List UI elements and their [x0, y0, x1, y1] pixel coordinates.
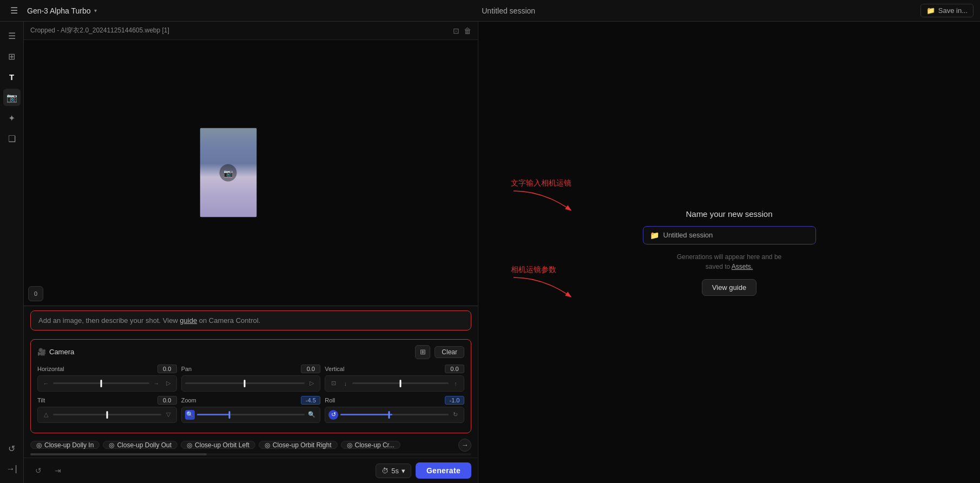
- save-button[interactable]: 📁 Save in...: [920, 4, 974, 17]
- slider-vertical-track-container[interactable]: ⊡ ↓ ↑: [325, 375, 464, 392]
- sidebar-icon-sparkle[interactable]: ✦: [3, 109, 21, 127]
- resize-icon[interactable]: ⊡: [453, 27, 459, 35]
- slider-roll-fill: [340, 414, 392, 415]
- annotation-arrow-2: [511, 275, 576, 302]
- app-title-text: Gen-3 Alpha Turbo: [27, 6, 91, 15]
- slider-pan-track[interactable]: [185, 382, 305, 384]
- camera-header: 🎥 Camera ⊞ Clear: [37, 345, 464, 359]
- folder-input-icon: 📁: [650, 231, 659, 240]
- session-name-input[interactable]: 📁 Untitled session: [643, 226, 816, 244]
- camera-overlay-icon: 📷: [220, 164, 237, 181]
- preset-icon-4: ◎: [347, 441, 352, 449]
- preset-label-4: Close-up Cr...: [355, 441, 394, 449]
- text-input-box[interactable]: Add an image, then describe your shot. V…: [30, 310, 471, 330]
- duration-selector[interactable]: ⏱ 5s ▾: [376, 464, 411, 478]
- slider-pan-value[interactable]: 0.0: [301, 365, 320, 373]
- preset-chip-0[interactable]: ◎ Close-up Dolly In: [30, 441, 100, 449]
- sidebar-icon-text[interactable]: T: [3, 68, 21, 85]
- assets-link[interactable]: Assets.: [732, 263, 753, 270]
- slider-down-icon: ⊡: [328, 379, 338, 388]
- camera-icon: 🎥: [37, 348, 46, 356]
- export-icon[interactable]: ⇥: [50, 462, 66, 479]
- slider-pan-play-icon[interactable]: ▷: [307, 379, 317, 388]
- sliders-row-2: Tilt 0.0 △ ▽ Zoom -4.5: [37, 396, 464, 423]
- preset-chip-3[interactable]: ◎ Close-up Orbit Right: [259, 441, 338, 449]
- roll-cw-icon: ↻: [451, 410, 461, 420]
- presets-scrollbar[interactable]: [30, 453, 471, 455]
- session-desc-line1: Generations will appear here and be: [677, 253, 781, 261]
- slider-arrow-up-icon: ↑: [451, 379, 461, 388]
- slider-roll-track[interactable]: [340, 414, 449, 415]
- bottom-toolbar: ↺ ⇥ ⏱ 5s ▾ Generate: [24, 458, 478, 483]
- slider-zoom-track[interactable]: [197, 414, 305, 415]
- delete-icon[interactable]: 🗑: [464, 27, 471, 35]
- slider-horizontal-label: Horizontal: [37, 366, 64, 372]
- slider-zoom-track-container[interactable]: 🔍 🔍: [181, 407, 321, 423]
- app-title[interactable]: Gen-3 Alpha Turbo ▾: [27, 6, 97, 15]
- slider-roll-thumb: [389, 411, 390, 419]
- slider-pan: Pan 0.0 ▷: [181, 365, 321, 392]
- save-label: Save in...: [938, 6, 968, 15]
- slider-horizontal: Horizontal 0.0 ← → ▷: [37, 365, 177, 392]
- refresh-icon[interactable]: ↺: [30, 462, 47, 479]
- slider-vertical-value[interactable]: 0.0: [445, 365, 464, 373]
- menu-icon[interactable]: ☰: [6, 3, 22, 18]
- preset-icon-0: ◎: [36, 441, 42, 449]
- camera-label: Camera: [49, 348, 74, 356]
- preset-label-1: Close-up Dolly Out: [117, 441, 172, 449]
- view-guide-button[interactable]: View guide: [702, 279, 757, 296]
- left-panel: Cropped - AI穿衣2.0_20241125144605.webp [1…: [24, 22, 478, 483]
- camera-clear-button[interactable]: Clear: [435, 346, 464, 358]
- sidebar-icon-layers[interactable]: ⊞: [3, 48, 21, 65]
- slider-tilt-track-container[interactable]: △ ▽: [37, 407, 177, 423]
- session-card-title: Name your new session: [686, 209, 772, 219]
- duration-chevron: ▾: [402, 467, 405, 475]
- presets-scroll-button[interactable]: →: [458, 439, 471, 452]
- image-area-header: Cropped - AI穿衣2.0_20241125144605.webp [1…: [24, 22, 478, 40]
- preset-label-3: Close-up Orbit Right: [273, 441, 332, 449]
- slider-play-icon[interactable]: ▷: [163, 379, 173, 388]
- preset-chip-2[interactable]: ◎ Close-up Orbit Left: [181, 441, 255, 449]
- bottom-left-icons: ↺ ⇥: [30, 462, 66, 479]
- image-area-actions: ⊡ 🗑: [453, 27, 471, 35]
- folder-icon: 📁: [926, 6, 935, 15]
- slider-vertical: Vertical 0.0 ⊡ ↓ ↑: [325, 365, 464, 392]
- preset-icon-2: ◎: [187, 441, 192, 449]
- guide-link[interactable]: guide: [180, 316, 197, 325]
- preset-label-0: Close-up Dolly In: [44, 441, 94, 449]
- slider-horizontal-track-container[interactable]: ← → ▷: [37, 375, 177, 392]
- slider-zoom-value[interactable]: -4.5: [301, 396, 320, 405]
- slider-pan-track-container[interactable]: ▷: [181, 375, 321, 392]
- annotation-label-2: 相机运镜参数: [511, 265, 556, 274]
- image-canvas[interactable]: 📷 0: [24, 40, 478, 306]
- annotation-label-1: 文字输入相机运镜: [511, 178, 571, 187]
- sidebar-icon-camera[interactable]: 📷: [3, 89, 21, 106]
- slider-roll-track-container[interactable]: ↺ ↻: [325, 407, 464, 423]
- slider-horizontal-track[interactable]: [53, 382, 149, 384]
- sidebar-icon-menu[interactable]: ☰: [3, 27, 21, 44]
- zoom-out-icon: 🔍: [307, 410, 317, 420]
- slider-tilt-value[interactable]: 0.0: [157, 396, 177, 405]
- preset-chip-4[interactable]: ◎ Close-up Cr...: [341, 441, 400, 449]
- sidebar-icon-refresh[interactable]: ↺: [3, 440, 21, 457]
- slider-vertical-thumb: [400, 380, 402, 387]
- sidebar-icon-layers2[interactable]: ❏: [3, 130, 21, 147]
- camera-preset-button[interactable]: ⊞: [415, 345, 430, 359]
- session-card: Name your new session 📁 Untitled session…: [643, 209, 816, 296]
- annotation-camera-text: 文字输入相机运镜: [511, 178, 576, 215]
- slider-tilt-thumb: [106, 411, 108, 419]
- tilt-up-icon: △: [41, 410, 51, 420]
- image-thumbnail: 📷: [200, 128, 256, 217]
- preset-chip-1[interactable]: ◎ Close-up Dolly Out: [103, 441, 177, 449]
- generate-button[interactable]: Generate: [416, 462, 471, 479]
- slider-vertical-track[interactable]: [352, 382, 449, 384]
- camera-controls: 🎥 Camera ⊞ Clear Horizontal 0.0 ←: [30, 339, 471, 433]
- slider-roll-value[interactable]: -1.0: [445, 396, 464, 405]
- slider-vertical-label-row: Vertical 0.0: [325, 365, 464, 373]
- main-wrapper: ☰ ⊞ T 📷 ✦ ❏ ↺ →| Cropped - AI穿衣2.0_20241…: [0, 22, 980, 483]
- slider-tilt-track[interactable]: [53, 414, 161, 415]
- slider-pan-label: Pan: [181, 366, 192, 372]
- sidebar-icon-export[interactable]: →|: [3, 460, 21, 478]
- slider-horizontal-value[interactable]: 0.0: [157, 365, 177, 373]
- slider-right-icon: →: [152, 379, 161, 388]
